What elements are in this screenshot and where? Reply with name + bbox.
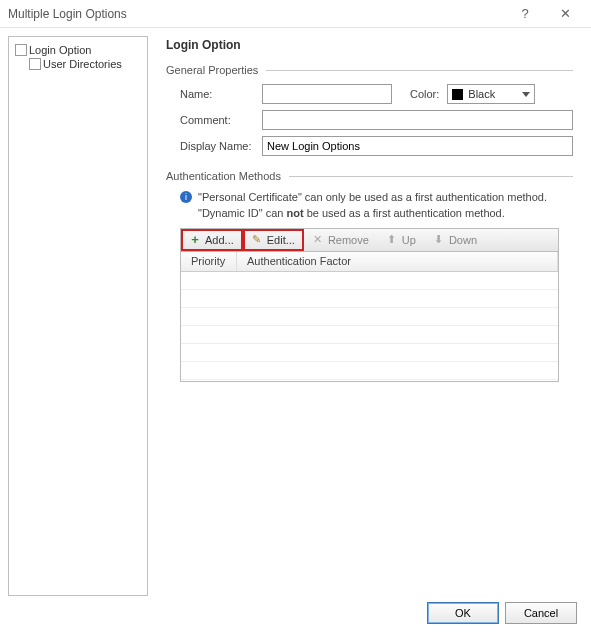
table-row[interactable] <box>181 272 558 290</box>
tree-item-login-option[interactable]: Login Option <box>13 43 143 57</box>
button-label: Add... <box>205 234 234 246</box>
dialog-footer: OK Cancel <box>0 604 591 630</box>
info-note: i "Personal Certificate" can only be use… <box>166 190 573 222</box>
group-title: General Properties <box>166 64 266 76</box>
info-line1: "Personal Certificate" can only be used … <box>198 191 547 203</box>
col-factor[interactable]: Authentication Factor <box>237 252 558 271</box>
group-title: Authentication Methods <box>166 170 289 182</box>
color-swatch-icon <box>452 89 463 100</box>
tree-node-icon <box>29 58 41 70</box>
group-auth-methods: Authentication Methods i "Personal Certi… <box>166 170 573 382</box>
tree-item-label: User Directories <box>43 58 122 70</box>
client-area: Login Option User Directories Login Opti… <box>0 28 591 604</box>
table-row[interactable] <box>181 308 558 326</box>
tree-item-label: Login Option <box>29 44 91 56</box>
remove-button[interactable]: ✕ Remove <box>304 229 378 251</box>
help-button[interactable]: ? <box>505 0 545 28</box>
group-header-auth: Authentication Methods <box>166 170 573 182</box>
ok-button[interactable]: OK <box>427 602 499 624</box>
window-title: Multiple Login Options <box>8 7 505 21</box>
nav-tree: Login Option User Directories <box>8 36 148 596</box>
table-header: Priority Authentication Factor <box>181 252 558 272</box>
plus-icon: + <box>189 234 201 246</box>
row-name: Name: Color: Black <box>166 84 573 104</box>
arrow-down-icon: ⬇ <box>433 234 445 246</box>
comment-input[interactable] <box>262 110 573 130</box>
info-line2-post: be used as a first authentication method… <box>304 207 505 219</box>
divider <box>266 70 573 71</box>
table-row[interactable] <box>181 290 558 308</box>
row-comment: Comment: <box>166 110 573 130</box>
label-name: Name: <box>180 88 262 100</box>
label-color: Color: <box>410 88 439 100</box>
label-display-name: Display Name: <box>180 140 262 152</box>
page-title: Login Option <box>166 38 573 52</box>
color-value: Black <box>468 88 522 100</box>
main-panel: Login Option General Properties Name: Co… <box>156 36 583 596</box>
col-priority[interactable]: Priority <box>181 252 237 271</box>
table-row[interactable] <box>181 362 558 380</box>
auth-toolbar: + Add... ✎ Edit... ✕ Remove ⬆ Up ⬇ Dow <box>180 228 559 252</box>
row-display: Display Name: <box>166 136 573 156</box>
button-label: Edit... <box>267 234 295 246</box>
add-button[interactable]: + Add... <box>181 229 243 251</box>
down-button[interactable]: ⬇ Down <box>425 229 486 251</box>
up-button[interactable]: ⬆ Up <box>378 229 425 251</box>
name-input[interactable] <box>262 84 392 104</box>
display-name-input[interactable] <box>262 136 573 156</box>
divider <box>289 176 573 177</box>
info-icon: i <box>180 191 192 203</box>
label-comment: Comment: <box>180 114 262 126</box>
arrow-up-icon: ⬆ <box>386 234 398 246</box>
info-line2-bold: not <box>287 207 304 219</box>
button-label: Remove <box>328 234 369 246</box>
pencil-icon: ✎ <box>251 234 263 246</box>
table-row[interactable] <box>181 326 558 344</box>
group-general: General Properties Name: Color: Black Co… <box>166 64 573 156</box>
cancel-button[interactable]: Cancel <box>505 602 577 624</box>
titlebar: Multiple Login Options ? ✕ <box>0 0 591 28</box>
edit-button[interactable]: ✎ Edit... <box>243 229 304 251</box>
color-select[interactable]: Black <box>447 84 535 104</box>
auth-table: Priority Authentication Factor <box>180 252 559 382</box>
info-text: "Personal Certificate" can only be used … <box>198 190 547 222</box>
tree-item-user-directories[interactable]: User Directories <box>27 57 143 71</box>
button-label: Down <box>449 234 477 246</box>
table-row[interactable] <box>181 344 558 362</box>
group-header-general: General Properties <box>166 64 573 76</box>
remove-icon: ✕ <box>312 234 324 246</box>
button-label: Up <box>402 234 416 246</box>
tree-node-icon <box>15 44 27 56</box>
chevron-down-icon <box>522 92 530 97</box>
info-line2-pre: "Dynamic ID" can <box>198 207 287 219</box>
close-button[interactable]: ✕ <box>545 0 585 28</box>
